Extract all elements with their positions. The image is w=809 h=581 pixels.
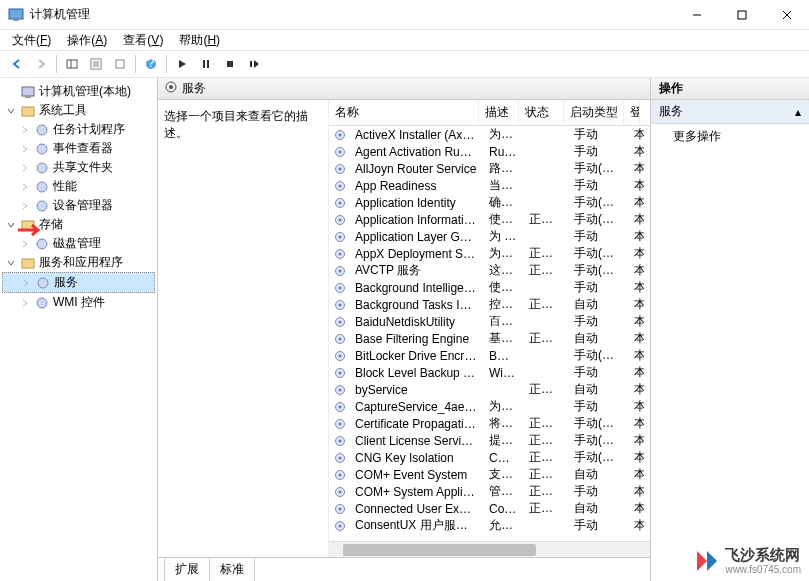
service-row[interactable]: COM+ Event System支持 ...正在 ...自动本 (329, 466, 650, 483)
pause-service-button[interactable] (195, 53, 217, 75)
tree-toggle-icon[interactable] (5, 219, 17, 231)
tree-toggle-icon[interactable] (19, 200, 31, 212)
tree-node[interactable]: 共享文件夹 (2, 158, 155, 177)
tree-node[interactable]: 服务和应用程序 (2, 253, 155, 272)
menu-v[interactable]: 查看(V) (117, 30, 169, 51)
tree-node[interactable]: 设备管理器 (2, 196, 155, 215)
collapse-icon[interactable]: ▴ (795, 105, 801, 119)
show-hide-button[interactable] (61, 53, 83, 75)
service-icon (333, 332, 347, 346)
list-header[interactable]: 名称 描述 状态 启动类型 登 (329, 100, 650, 126)
service-icon (333, 230, 347, 244)
minimize-button[interactable] (674, 0, 719, 30)
horizontal-scrollbar[interactable] (329, 541, 650, 557)
close-button[interactable] (764, 0, 809, 30)
service-row[interactable]: AllJoyn Router Service路由 ...手动(触发...本 (329, 160, 650, 177)
service-row[interactable]: Agent Activation Runtime ...Runt...手动本 (329, 143, 650, 160)
svc-logon: 本 (628, 347, 644, 364)
maximize-button[interactable] (719, 0, 764, 30)
svg-point-47 (339, 235, 342, 238)
service-row[interactable]: Background Tasks Infrastru...控制 ...正在 ..… (329, 296, 650, 313)
tree-node[interactable]: 性能 (2, 177, 155, 196)
service-row[interactable]: Connected User Experienc...Con...正在 ...自… (329, 500, 650, 517)
svc-logon: 本 (628, 194, 644, 211)
service-row[interactable]: BaiduNetdiskUtility百度 ...手动本 (329, 313, 650, 330)
col-desc[interactable]: 描述 (479, 100, 519, 125)
tree-node[interactable]: 任务计划程序 (2, 120, 155, 139)
tree-label: 服务和应用程序 (39, 254, 123, 271)
tree-node[interactable]: 服务 (2, 272, 155, 293)
svc-startup: 手动 (568, 126, 628, 143)
tree-toggle-icon[interactable] (5, 86, 17, 98)
col-status[interactable]: 状态 (519, 100, 564, 125)
service-row[interactable]: App Readiness当用 ...手动本 (329, 177, 650, 194)
service-row[interactable]: Application Layer Gateway ...为 In...手动本 (329, 228, 650, 245)
tree-node[interactable]: 存储 (2, 215, 155, 234)
tab-extended[interactable]: 扩展 (164, 558, 210, 581)
service-row[interactable]: Client License Service (Clip...提供 ...正在 … (329, 432, 650, 449)
service-row[interactable]: Application Information使用 ...正在 ...手动(触发… (329, 211, 650, 228)
col-startup[interactable]: 启动类型 (564, 100, 624, 125)
svg-point-75 (339, 473, 342, 476)
svc-status: 正在 ... (523, 381, 568, 398)
forward-button[interactable] (30, 53, 52, 75)
svc-desc: 控制 ... (483, 296, 523, 313)
start-service-button[interactable] (171, 53, 193, 75)
action-more[interactable]: 更多操作 (651, 124, 809, 149)
service-row[interactable]: ActiveX Installer (AxInstSV)为从 ...手动本 (329, 126, 650, 143)
menu-a[interactable]: 操作(A) (61, 30, 113, 51)
tree-node[interactable]: WMI 控件 (2, 293, 155, 312)
tree-node[interactable]: 计算机管理(本地) (2, 82, 155, 101)
tree-node[interactable]: 系统工具 (2, 101, 155, 120)
menu-h[interactable]: 帮助(H) (173, 30, 226, 51)
service-row[interactable]: CaptureService_4aeb7ca为调 ...手动本 (329, 398, 650, 415)
tree-toggle-icon[interactable] (20, 277, 32, 289)
service-row[interactable]: AVCTP 服务这是 ...正在 ...手动(触发...本 (329, 262, 650, 279)
service-row[interactable]: Base Filtering Engine基本 ...正在 ...自动本 (329, 330, 650, 347)
col-logon[interactable]: 登 (624, 100, 640, 125)
tree-label: 任务计划程序 (53, 121, 125, 138)
service-row[interactable]: byService正在 ...自动本 (329, 381, 650, 398)
service-row[interactable]: Background Intelligent Tra...使用 ...手动本 (329, 279, 650, 296)
col-name[interactable]: 名称 (329, 100, 479, 125)
restart-service-button[interactable] (243, 53, 265, 75)
svc-name: AllJoyn Router Service (349, 162, 483, 176)
list-rows[interactable]: ActiveX Installer (AxInstSV)为从 ...手动本Age… (329, 126, 650, 541)
tree-toggle-icon[interactable] (19, 124, 31, 136)
svc-startup: 手动(触发... (568, 262, 628, 279)
service-row[interactable]: Block Level Backup Engine ...Win...手动本 (329, 364, 650, 381)
help-button[interactable]: ? (140, 53, 162, 75)
menu-f[interactable]: 文件(F) (6, 30, 57, 51)
stop-service-button[interactable] (219, 53, 241, 75)
service-row[interactable]: Certificate Propagation将用 ...正在 ...手动(触发… (329, 415, 650, 432)
tab-standard[interactable]: 标准 (209, 558, 255, 581)
tree-node[interactable]: 磁盘管理 (2, 234, 155, 253)
tree-toggle-icon[interactable] (19, 297, 31, 309)
tree-toggle-icon[interactable] (5, 257, 17, 269)
tree-toggle-icon[interactable] (5, 105, 17, 117)
back-button[interactable] (6, 53, 28, 75)
tree-node[interactable]: 事件查看器 (2, 139, 155, 158)
service-row[interactable]: ConsentUX 用户服务_4aeb...允许 ...手动本 (329, 517, 650, 534)
service-row[interactable]: CNG Key IsolationCNG ...正在 ...手动(触发...本 (329, 449, 650, 466)
svg-point-24 (37, 163, 47, 173)
svc-desc: Win... (483, 366, 523, 380)
service-row[interactable]: BitLocker Drive Encryption ...BDE...手动(触… (329, 347, 650, 364)
export-button[interactable] (109, 53, 131, 75)
svg-rect-12 (116, 60, 124, 68)
description-panel: 选择一个项目来查看它的描述。 (158, 100, 328, 557)
tree-pane[interactable]: 计算机管理(本地)系统工具任务计划程序事件查看器共享文件夹性能设备管理器存储磁盘… (0, 78, 158, 581)
tree-toggle-icon[interactable] (19, 181, 31, 193)
service-row[interactable]: AppX Deployment Service (...为部 ...正在 ...… (329, 245, 650, 262)
service-row[interactable]: Application Identity确定 ...手动(触发...本 (329, 194, 650, 211)
actions-section[interactable]: 服务 ▴ (651, 100, 809, 124)
tree-toggle-icon[interactable] (19, 162, 31, 174)
tree-toggle-icon[interactable] (19, 143, 31, 155)
scrollbar-thumb[interactable] (343, 544, 536, 556)
service-icon (333, 315, 347, 329)
properties-button[interactable] (85, 53, 107, 75)
svc-logon: 本 (628, 364, 644, 381)
tree-toggle-icon[interactable] (19, 238, 31, 250)
service-row[interactable]: COM+ System Application管理 ...正在 ...手动本 (329, 483, 650, 500)
svc-startup: 手动 (568, 143, 628, 160)
